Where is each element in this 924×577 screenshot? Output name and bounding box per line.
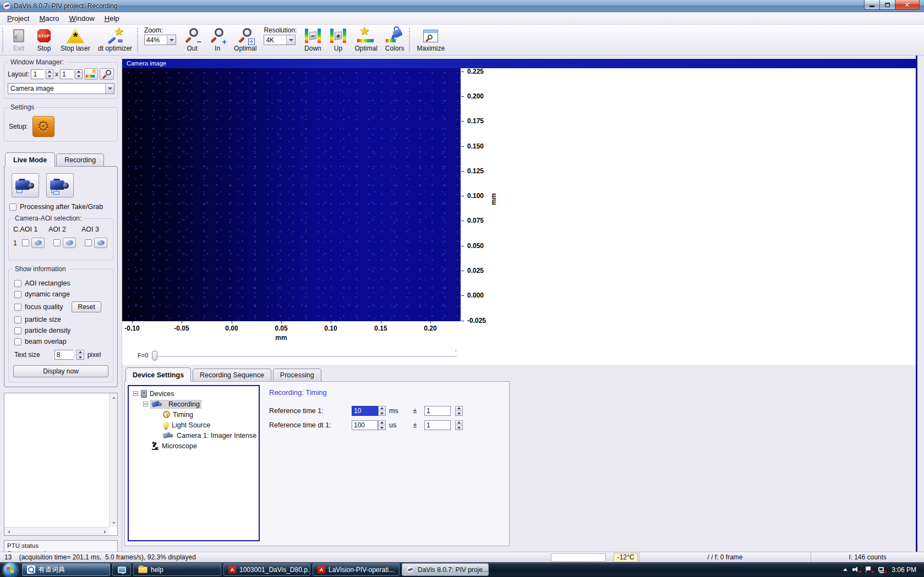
zoom-out-button[interactable]: − Out <box>179 26 205 54</box>
horizontal-scrollbar[interactable] <box>4 527 109 535</box>
dynamic-range-checkbox[interactable] <box>14 291 21 298</box>
message-list[interactable] <box>4 393 118 536</box>
grab-button[interactable] <box>46 173 74 197</box>
folder-icon <box>138 567 147 573</box>
aoi2-view-button[interactable] <box>63 238 76 248</box>
camera-take-icon <box>15 179 35 192</box>
scroll-down-icon[interactable] <box>110 519 118 527</box>
tab-device-settings[interactable]: Device Settings <box>125 367 191 382</box>
scale-optimal-button[interactable]: ★ Optimal <box>351 26 381 54</box>
vertical-scrollbar[interactable] <box>109 393 117 527</box>
colors-button[interactable]: Colors <box>381 26 408 54</box>
zoom-optimal-button[interactable]: ✛ Optimal <box>230 26 260 54</box>
collapse-icon[interactable] <box>143 402 148 406</box>
maximize-view-button[interactable]: Maximize <box>413 26 449 54</box>
menu-project[interactable]: Project <box>2 13 34 24</box>
y-axis-label: mm <box>490 193 497 205</box>
dt-optimizer-button[interactable]: ★ dt optimizer <box>94 26 136 54</box>
reference-time-spinner[interactable] <box>378 406 386 416</box>
y-axis-tick: 0.225 <box>467 68 493 75</box>
aoi2-checkbox[interactable] <box>53 239 61 246</box>
exit-button[interactable]: Exit <box>6 26 31 54</box>
tree-item-timing[interactable]: Timing <box>130 409 258 420</box>
tree-item-recording[interactable]: Recording <box>130 399 258 409</box>
tree-item-devices[interactable]: Devices <box>130 388 258 399</box>
aoi1-view-button[interactable] <box>31 238 45 248</box>
beam-overlap-checkbox[interactable] <box>14 338 21 345</box>
tray-expand-icon[interactable] <box>843 566 848 571</box>
resolution-dropdown-icon[interactable] <box>286 35 295 45</box>
layout-rows-spinner[interactable] <box>46 69 53 79</box>
camera-icon <box>163 432 174 439</box>
view-selector-dropdown-icon[interactable] <box>105 84 114 94</box>
network-error-icon[interactable]: ✕ <box>878 566 885 573</box>
tree-item-light-source[interactable]: Light Source <box>130 420 258 430</box>
text-size-input[interactable]: 8 <box>54 350 73 360</box>
reference-time-tolerance-input[interactable]: 1 <box>424 406 451 416</box>
particle-size-checkbox[interactable] <box>14 316 21 323</box>
resolution-select[interactable]: 4K <box>264 35 296 45</box>
tab-recording[interactable]: Recording <box>56 153 104 167</box>
close-button[interactable]: ✕ <box>895 0 920 10</box>
reference-time-dt-input[interactable]: 100 <box>352 420 378 430</box>
reference-time-tolerance-spinner[interactable] <box>455 406 463 416</box>
taskbar-help-button[interactable]: help <box>133 563 221 576</box>
focus-quality-checkbox[interactable] <box>14 304 21 311</box>
tab-recording-sequence[interactable]: Recording Sequence <box>193 369 271 382</box>
stop-laser-button[interactable]: Stop laser <box>57 26 94 54</box>
taskbar-davis-button[interactable]: DaVis 8.0.7: PIV proje... <box>402 563 489 576</box>
view-selector[interactable]: Camera image <box>8 83 114 94</box>
zoom-view-button[interactable] <box>100 68 114 80</box>
take-button[interactable] <box>12 173 39 197</box>
layout-cols-input[interactable]: 1 <box>60 69 73 79</box>
aoi3-checkbox[interactable] <box>85 239 92 246</box>
menu-window[interactable]: Window <box>64 13 100 24</box>
scroll-up-icon[interactable] <box>110 393 118 402</box>
reference-time-input[interactable]: 10 <box>352 406 378 416</box>
scale-up-button[interactable]: + Up <box>325 26 351 54</box>
tab-live-mode[interactable]: Live Mode <box>5 152 55 167</box>
frame-slider-handle[interactable] <box>152 351 157 361</box>
taskbar-pdf2-button[interactable]: A LaVision-PIV-operati... <box>313 563 400 576</box>
action-center-icon[interactable]: ✕ <box>865 566 873 573</box>
aoi3-view-button[interactable] <box>94 238 107 248</box>
taskbar-display-button[interactable] <box>112 563 131 576</box>
reference-time-dt-spinner[interactable] <box>378 420 386 430</box>
taskbar-pdf1-button[interactable]: A 1003001_DaVis_D80.p... <box>223 563 310 576</box>
reset-button[interactable]: Reset <box>72 301 101 312</box>
taskbar-dict-button[interactable]: 有道词典 <box>22 563 110 576</box>
scroll-right-icon[interactable] <box>101 527 109 536</box>
particle-density-checkbox[interactable] <box>14 327 21 334</box>
zoom-dropdown-icon[interactable] <box>167 35 176 45</box>
display-now-button[interactable]: Display now <box>13 365 108 377</box>
tree-item-microscope[interactable]: Microscope <box>130 441 258 451</box>
aoi1-checkbox[interactable] <box>22 239 29 246</box>
menu-help[interactable]: Help <box>100 13 124 24</box>
menu-macro[interactable]: Macro <box>34 13 64 24</box>
taskbar-clock[interactable]: 3:06 PM <box>890 566 921 574</box>
tab-processing[interactable]: Processing <box>273 369 321 382</box>
layout-rows-input[interactable]: 1 <box>31 69 44 79</box>
setup-button[interactable]: ⚙ <box>32 116 54 137</box>
layout-cols-spinner[interactable] <box>75 69 83 79</box>
collapse-icon[interactable] <box>133 391 138 396</box>
maximize-button[interactable] <box>880 0 895 10</box>
auto-scale-button[interactable]: ★ <box>84 68 99 80</box>
scroll-left-icon[interactable] <box>4 527 13 536</box>
tree-item-camera1[interactable]: Camera 1: Imager Intense <box>130 430 258 441</box>
frame-slider-track[interactable] <box>154 356 457 357</box>
scale-down-button[interactable]: − Down <box>300 26 325 54</box>
minimize-button[interactable] <box>864 0 880 10</box>
stop-button[interactable]: STOP Stop <box>31 26 57 54</box>
temperature-badge: -12°C <box>614 553 638 562</box>
start-button[interactable] <box>1 563 20 577</box>
text-size-spinner[interactable] <box>76 350 84 360</box>
processing-after-take-checkbox[interactable] <box>9 204 17 211</box>
volume-muted-icon[interactable]: ✕ <box>852 566 860 573</box>
reference-time-dt-tolerance-input[interactable]: 1 <box>424 420 451 430</box>
aoi-rectangles-checkbox[interactable] <box>14 280 21 287</box>
frame-label: F=0 <box>138 352 148 359</box>
zoom-in-button[interactable]: + In <box>205 26 230 54</box>
reference-time-dt-tolerance-spinner[interactable] <box>455 420 463 430</box>
zoom-select[interactable]: 44% <box>144 35 176 45</box>
